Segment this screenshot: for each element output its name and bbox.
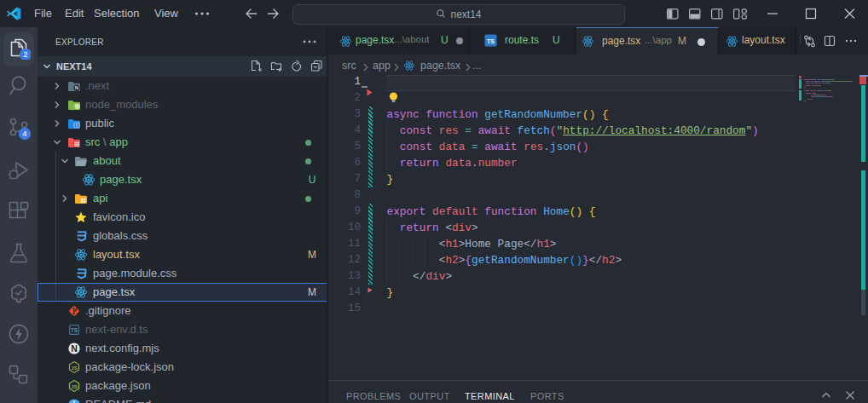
- svg-text:4: 4: [22, 129, 26, 138]
- svg-text:TS: TS: [487, 38, 495, 44]
- svg-text:N: N: [75, 85, 78, 90]
- svg-text:N: N: [71, 343, 78, 354]
- svg-text:JS: JS: [71, 366, 77, 371]
- svg-text:TS: TS: [71, 327, 78, 333]
- svg-text:JS: JS: [71, 384, 77, 389]
- svg-text:2: 2: [23, 49, 27, 59]
